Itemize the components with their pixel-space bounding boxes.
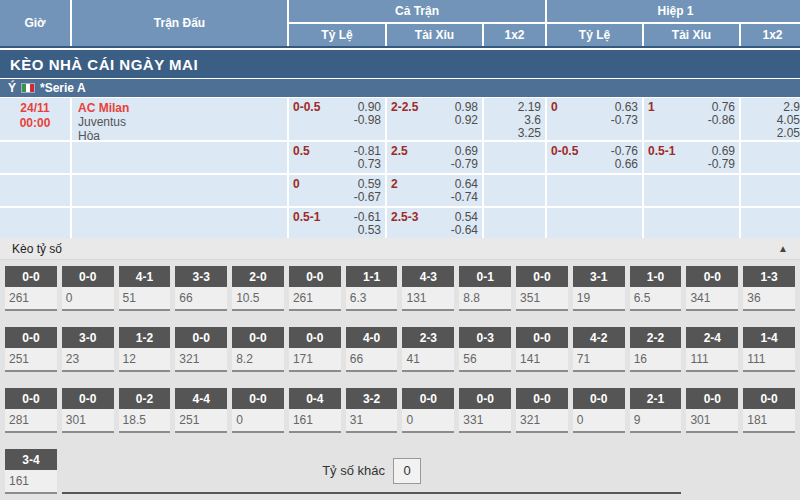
score-button[interactable]: 2-1 [630, 388, 682, 409]
score-button[interactable]: 0-0 [5, 388, 57, 409]
score-row: 0-02513-0231-2120-03210-08.20-01714-0662… [5, 327, 795, 372]
ft-handicap-cell[interactable]: 0-0.50.90-0.98 [289, 98, 385, 140]
odds-value: -0.74 [451, 191, 478, 204]
score-button[interactable]: 1-1 [346, 266, 398, 287]
score-button[interactable]: 0-0 [743, 388, 795, 409]
score-button[interactable]: 0-0 [289, 327, 341, 348]
score-button[interactable]: 3-1 [573, 266, 625, 287]
score-button[interactable]: 4-2 [573, 327, 625, 348]
score-button[interactable]: 0-0 [573, 388, 625, 409]
col-header-ft-overunder: Tài Xỉu [387, 24, 482, 46]
score-button[interactable]: 0-3 [459, 327, 511, 348]
ft-1x2-cell[interactable]: 2.193.63.25 [484, 98, 545, 140]
score-cell: 3-023 [62, 327, 114, 372]
other-score-label: Tỷ số khác [322, 463, 385, 478]
score-odds: 301 [62, 409, 114, 427]
score-cell: 1-336 [743, 266, 795, 311]
score-odds: 351 [516, 287, 568, 305]
odds-value: -0.98 [354, 114, 381, 127]
odds-value: -0.64 [451, 224, 478, 237]
score-button[interactable]: 0-0 [402, 388, 454, 409]
ft-handicap-cell[interactable]: 0.5-0.810.73 [289, 142, 385, 173]
score-button[interactable]: 0-0 [5, 327, 57, 348]
score-button[interactable]: 0-0 [516, 388, 568, 409]
collapse-arrow-icon[interactable]: ▲ [778, 243, 788, 254]
odds-values: -0.760.66 [611, 144, 638, 171]
score-button[interactable]: 2-3 [402, 327, 454, 348]
ft-handicap-cell[interactable]: 0.5-1-0.610.53 [289, 208, 385, 238]
score-cell: 0-00 [573, 388, 625, 433]
score-row: 0-02610-004-1513-3662-010.50-02611-16.34… [5, 266, 795, 311]
h1-1x2-cell[interactable]: 2.94.052.05 [741, 98, 800, 140]
score-button[interactable]: 4-0 [346, 327, 398, 348]
section-title: KÈO NHÀ CÁI NGÀY MAI [10, 56, 198, 73]
score-button[interactable]: 4-1 [119, 266, 171, 287]
ft-handicap-cell[interactable]: 00.59-0.67 [289, 175, 385, 206]
score-cell: 0-0261 [289, 266, 341, 311]
score-button[interactable]: 0-0 [686, 266, 738, 287]
score-button[interactable]: 3-0 [62, 327, 114, 348]
league-name: *Serie A [40, 81, 86, 95]
score-button[interactable]: 0-0 [459, 388, 511, 409]
h1-overunder-cell[interactable]: 0.5-10.69-0.79 [644, 142, 739, 173]
score-cell: 0-356 [459, 327, 511, 372]
score-cell: 4-4251 [175, 388, 227, 433]
score-button[interactable]: 0-1 [459, 266, 511, 287]
h1-1x2-cell [741, 208, 800, 238]
ft-1x2-cell [484, 175, 545, 206]
score-button[interactable]: 0-0 [5, 266, 57, 287]
score-cell: 2-010.5 [232, 266, 284, 311]
score-button[interactable]: 2-4 [686, 327, 738, 348]
score-grid: 0-02610-004-1513-3662-010.50-02611-16.34… [0, 260, 800, 494]
score-button[interactable]: 0-0 [62, 388, 114, 409]
h1-handicap-cell[interactable]: 0-0.5-0.760.66 [547, 142, 642, 173]
score-odds: 8.8 [459, 287, 511, 305]
match-time-cell [0, 175, 70, 206]
score-button[interactable]: 2-2 [630, 327, 682, 348]
score-button[interactable]: 3-4 [5, 449, 57, 470]
h1-handicap-cell[interactable]: 00.63-0.73 [547, 98, 642, 140]
h1-overunder-cell[interactable]: 10.76-0.86 [644, 98, 739, 140]
score-button[interactable]: 1-4 [743, 327, 795, 348]
score-button[interactable]: 0-0 [686, 388, 738, 409]
ft-overunder-cell[interactable]: 2-2.50.980.92 [387, 98, 482, 140]
score-odds: 181 [743, 409, 795, 427]
col-header-firsthalf: Hiệp 1 [547, 0, 800, 22]
score-button[interactable]: 0-2 [119, 388, 171, 409]
score-cell: 4-066 [346, 327, 398, 372]
score-button[interactable]: 3-2 [346, 388, 398, 409]
score-odds: 251 [5, 348, 57, 366]
score-button[interactable]: 4-3 [402, 266, 454, 287]
score-odds: 111 [743, 348, 795, 366]
score-button[interactable]: 1-0 [630, 266, 682, 287]
odds-value: 2.05 [745, 127, 800, 140]
score-button[interactable]: 1-3 [743, 266, 795, 287]
ft-overunder-cell[interactable]: 2.50.69-0.79 [387, 142, 482, 173]
score-button[interactable]: 0-0 [516, 266, 568, 287]
score-cell: 0-00 [232, 388, 284, 433]
ft-overunder-cell[interactable]: 20.64-0.74 [387, 175, 482, 206]
score-row: 3-4161Tỷ số khác0 [5, 449, 795, 494]
handicap-line-label: 0.5-1 [648, 144, 675, 171]
score-button[interactable]: 0-0 [232, 327, 284, 348]
score-button[interactable]: 0-4 [289, 388, 341, 409]
score-button[interactable]: 0-0 [62, 266, 114, 287]
score-button[interactable]: 1-2 [119, 327, 171, 348]
score-button[interactable]: 3-3 [175, 266, 227, 287]
score-button[interactable]: 0-0 [289, 266, 341, 287]
score-button[interactable]: 4-4 [175, 388, 227, 409]
score-odds: 341 [686, 287, 738, 305]
score-odds: 41 [402, 348, 454, 366]
league-row[interactable]: Ý *Serie A [0, 78, 800, 98]
ft-1x2-cell [484, 208, 545, 238]
other-score-input[interactable]: 0 [393, 458, 421, 484]
score-button[interactable]: 0-0 [232, 388, 284, 409]
score-button[interactable]: 0-0 [516, 327, 568, 348]
score-button[interactable]: 2-0 [232, 266, 284, 287]
score-cell: 0-218.5 [119, 388, 171, 433]
score-cell: 0-00 [62, 266, 114, 311]
ft-overunder-cell[interactable]: 2.5-30.54-0.64 [387, 208, 482, 238]
score-button[interactable]: 0-0 [175, 327, 227, 348]
odds-value: -0.67 [354, 191, 381, 204]
home-team-name: AC Milan [78, 101, 283, 115]
